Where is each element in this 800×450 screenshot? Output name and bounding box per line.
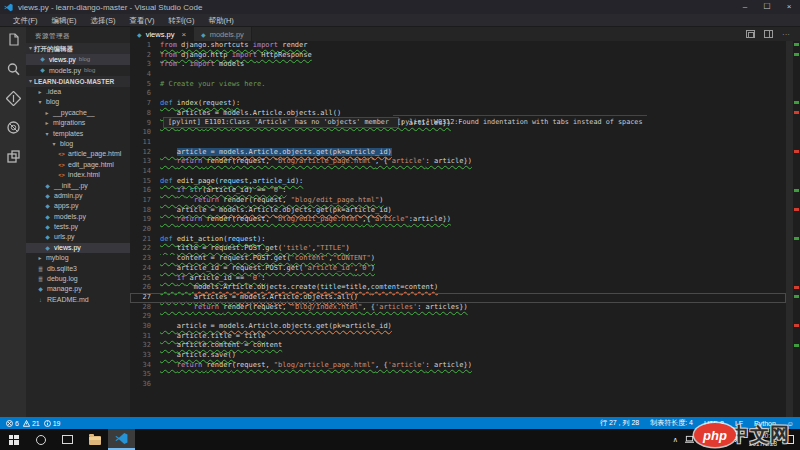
tree-item-apps-py[interactable]: ◆apps.py bbox=[26, 201, 130, 211]
more-actions-icon[interactable]: ··· bbox=[782, 30, 790, 39]
editor-scrollbar[interactable] bbox=[786, 41, 793, 417]
search-icon[interactable] bbox=[6, 62, 21, 77]
code-editor[interactable]: 1from django.shortcuts import render2fro… bbox=[130, 41, 786, 417]
open-preview-icon[interactable] bbox=[746, 30, 755, 38]
code-line-3[interactable]: 3from . import models bbox=[130, 60, 786, 70]
tree-item-models-py[interactable]: ◆models.py bbox=[26, 212, 130, 222]
ruler-warning-mark bbox=[794, 295, 799, 298]
code-line-19[interactable]: 19 return render(request, "blog/edit_pag… bbox=[130, 215, 786, 225]
tree-item-urls-py[interactable]: ◆urls.py bbox=[26, 232, 130, 242]
tree-item-admin-py[interactable]: ◆admin.py bbox=[26, 191, 130, 201]
code-line-2[interactable]: 2from django.http import HttpResponse bbox=[130, 51, 786, 61]
python-file-icon: ◆ bbox=[44, 232, 51, 242]
menu-item[interactable]: 查看(V) bbox=[123, 14, 162, 27]
menu-item[interactable]: 文件(F) bbox=[6, 14, 45, 27]
status-item[interactable]: 制表符长度: 4 bbox=[650, 418, 693, 428]
open-editors-header[interactable]: ▾ 打开的编辑器 bbox=[26, 43, 130, 54]
split-editor-icon[interactable] bbox=[764, 30, 773, 38]
python-file-icon: ◆ bbox=[44, 181, 51, 191]
tree-item-edit-page-html[interactable]: <>edit_page.html bbox=[26, 160, 130, 170]
ruler-warning-mark bbox=[794, 237, 799, 240]
tree-item-blog[interactable]: ▾blog bbox=[26, 139, 130, 149]
code-line-12[interactable]: 12 article = models.Article.objects.get(… bbox=[130, 148, 786, 158]
code-line-32[interactable]: 32 article.comtent = content bbox=[130, 341, 786, 351]
tree-item-myblog[interactable]: ▸myblog bbox=[26, 253, 130, 263]
tree-item-db-sqlite3[interactable]: ≣db.sqlite3 bbox=[26, 264, 130, 274]
tree-item-tests-py[interactable]: ◆tests.py bbox=[26, 222, 130, 232]
cortana-icon[interactable] bbox=[27, 429, 54, 450]
code-line-34[interactable]: 34 return render(request, "blog/article_… bbox=[130, 361, 786, 371]
tree-item--init-py[interactable]: ◆__init__.py bbox=[26, 181, 130, 191]
laptop-icon[interactable] bbox=[685, 435, 694, 444]
info-count: 19 bbox=[53, 420, 61, 427]
code-line-6[interactable]: 6 bbox=[130, 89, 786, 99]
menu-item[interactable]: 转到(G) bbox=[162, 14, 202, 27]
code-line-31[interactable]: 31 article.title = title bbox=[130, 332, 786, 342]
tree-item-readme-md[interactable]: ↓README.md bbox=[26, 295, 130, 305]
code-line-11[interactable]: 11 bbox=[130, 138, 786, 148]
start-icon[interactable] bbox=[0, 429, 27, 450]
code-line-14[interactable]: 14 bbox=[130, 167, 786, 177]
chevron-down-icon: ▾ bbox=[37, 97, 43, 107]
tree-item-article-page-html[interactable]: <>article_page.html bbox=[26, 149, 130, 159]
tree-item-migrations[interactable]: ▸migrations bbox=[26, 118, 130, 128]
code-line-7[interactable]: 7def index(request): bbox=[130, 99, 786, 109]
vscode-taskbar-icon[interactable] bbox=[108, 429, 135, 450]
explorer-icon[interactable] bbox=[6, 33, 21, 48]
extensions-icon[interactable] bbox=[6, 149, 21, 164]
tree-item--pycache-[interactable]: ▸__pycache__ bbox=[26, 108, 130, 118]
code-line-20[interactable]: 20 bbox=[130, 225, 786, 235]
source-control-icon[interactable] bbox=[6, 91, 21, 106]
root-folder-header[interactable]: ▾ LEARN-DIANGO-MASTER bbox=[26, 76, 130, 87]
tree-item--idea[interactable]: ▸.idea bbox=[26, 87, 130, 97]
debug-icon[interactable] bbox=[6, 120, 21, 135]
open-editor-item[interactable]: ◆models.pyblog bbox=[26, 65, 130, 76]
code-line-21[interactable]: 21def edit_action(request): bbox=[130, 235, 786, 245]
close-button[interactable]: × bbox=[778, 0, 800, 14]
code-line-24[interactable]: 24 article_id = request.POST.get('articl… bbox=[130, 264, 786, 274]
tab-models-py[interactable]: ◆models.py bbox=[194, 27, 252, 41]
code-line-30[interactable]: 30 article = models.Article.objects.get(… bbox=[130, 322, 786, 332]
code-line-16[interactable]: 16 if str(article_id) == "0": bbox=[130, 186, 786, 196]
code-line-13[interactable]: 13 return render(request, "blog/article_… bbox=[130, 157, 786, 167]
tray-chevron-icon[interactable]: ∧ bbox=[673, 436, 678, 444]
tab-close-icon[interactable]: × bbox=[181, 30, 186, 39]
tree-item-manage-py[interactable]: ◆manage.py bbox=[26, 284, 130, 294]
problems-indicator[interactable]: 6 21 19 bbox=[6, 420, 61, 427]
tree-item-blog[interactable]: ▾blog bbox=[26, 97, 130, 107]
maximize-button[interactable]: ☐ bbox=[756, 0, 778, 14]
tree-item-debug-log[interactable]: ≣debug.log bbox=[26, 274, 130, 284]
code-line-10[interactable]: 10 bbox=[130, 128, 786, 138]
code-line-28[interactable]: 28 return render(request, "blog/index.ht… bbox=[130, 303, 786, 313]
code-line-27[interactable]: 27 articles = models.Article.objects.all… bbox=[130, 293, 786, 303]
tab-views-py[interactable]: ◆views.py× bbox=[130, 27, 194, 41]
tree-item-index-html[interactable]: <>index.html bbox=[26, 170, 130, 180]
tree-item-templates[interactable]: ▾templates bbox=[26, 129, 130, 139]
code-line-29[interactable]: 29 bbox=[130, 312, 786, 322]
code-line-25[interactable]: 25 if article_id == '0': bbox=[130, 274, 786, 284]
code-line-15[interactable]: 15def edit_page(request,article_id): bbox=[130, 177, 786, 187]
code-line-1[interactable]: 1from django.shortcuts import render bbox=[130, 41, 786, 51]
code-line-5[interactable]: 5# Create your views here. bbox=[130, 80, 786, 90]
line-number: 17 bbox=[130, 196, 160, 206]
code-line-4[interactable]: 4 bbox=[130, 70, 786, 80]
line-number: 24 bbox=[130, 264, 160, 274]
code-line-26[interactable]: 26 models.Article.objects.create(title=t… bbox=[130, 283, 786, 293]
open-editor-item[interactable]: ◆views.pyblog bbox=[26, 54, 130, 65]
code-line-17[interactable]: 17 return render(request, "blog/edit_pag… bbox=[130, 196, 786, 206]
code-line-36[interactable]: 36 bbox=[130, 380, 786, 390]
menu-item[interactable]: 选择(S) bbox=[84, 14, 123, 27]
chevron-right-icon: ▸ bbox=[44, 118, 50, 128]
status-item[interactable]: 行 27 , 列 28 bbox=[600, 418, 639, 428]
menu-item[interactable]: 编辑(E) bbox=[45, 14, 84, 27]
tree-item-views-py[interactable]: ◆views.py bbox=[26, 243, 130, 253]
code-line-33[interactable]: 33 article.save() bbox=[130, 351, 786, 361]
menu-item[interactable]: 帮助(H) bbox=[201, 14, 240, 27]
minimize-button[interactable]: – bbox=[734, 0, 756, 14]
code-line-35[interactable]: 35 bbox=[130, 370, 786, 380]
code-line-22[interactable]: 22 title = request.POST.get('title',"TIT… bbox=[130, 244, 786, 254]
file-explorer-icon[interactable] bbox=[81, 429, 108, 450]
code-line-18[interactable]: 18 article = models.Article.objects.get(… bbox=[130, 206, 786, 216]
code-line-23[interactable]: 23 content = request.POST.get('content',… bbox=[130, 254, 786, 264]
task-view-icon[interactable] bbox=[54, 429, 81, 450]
